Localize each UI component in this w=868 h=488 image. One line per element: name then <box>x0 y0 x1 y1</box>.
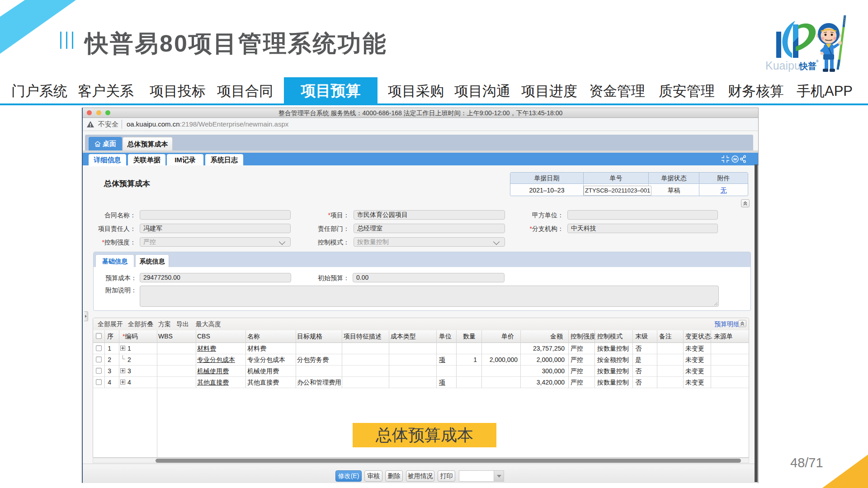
svg-text:快普: 快普 <box>798 61 816 71</box>
svg-text:Kuaipu: Kuaipu <box>765 59 801 72</box>
svg-text:IM: IM <box>733 158 737 161</box>
